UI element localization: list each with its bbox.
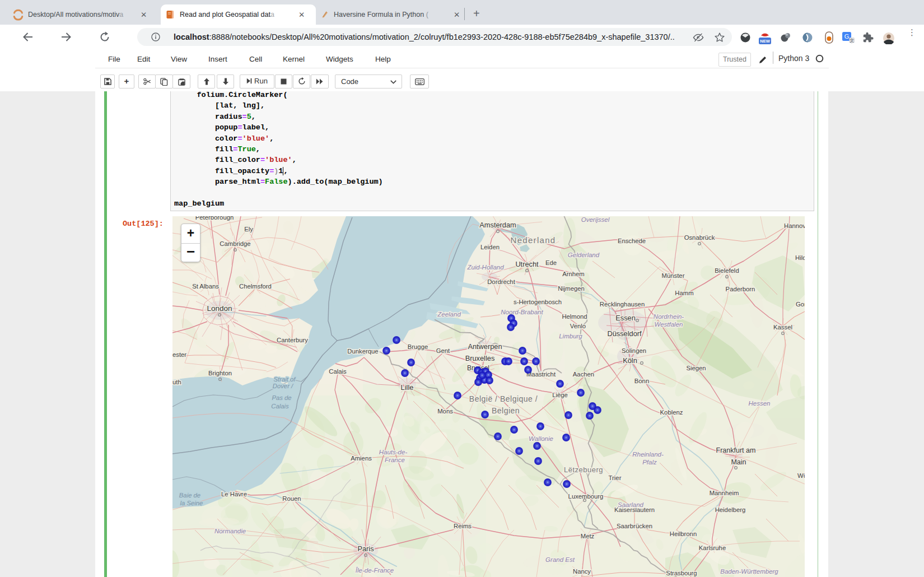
svg-text:Rheinland-: Rheinland- xyxy=(632,451,664,458)
svg-text:Calais: Calais xyxy=(329,368,347,375)
svg-text:Mons: Mons xyxy=(437,408,453,415)
svg-text:Kassel: Kassel xyxy=(773,324,792,331)
svg-text:Rouen: Rouen xyxy=(282,495,301,502)
svg-text:Le Havre: Le Havre xyxy=(221,491,247,497)
svg-text:la Seine: la Seine xyxy=(180,500,203,506)
svg-text:Bielefeld: Bielefeld xyxy=(715,267,739,274)
svg-text:Dunkerque: Dunkerque xyxy=(347,348,378,355)
svg-text:Heilbronn: Heilbronn xyxy=(670,531,697,537)
svg-text:Saarland: Saarland xyxy=(618,501,644,508)
svg-text:Antwerpen: Antwerpen xyxy=(468,342,502,351)
svg-text:Brugge: Brugge xyxy=(408,343,428,350)
svg-text:Overijssel: Overijssel xyxy=(581,216,610,223)
svg-text:Solingen: Solingen xyxy=(622,347,646,354)
svg-text:Essen: Essen xyxy=(615,314,636,322)
svg-text:Gent: Gent xyxy=(436,347,450,354)
svg-text:Hannov: Hannov xyxy=(784,222,805,229)
svg-text:St Albans: St Albans xyxy=(192,283,219,290)
svg-text:Pas de: Pas de xyxy=(272,394,291,401)
svg-text:Mannheim: Mannheim xyxy=(710,490,739,496)
svg-text:Lille: Lille xyxy=(401,383,414,392)
svg-text:Nancy: Nancy xyxy=(573,568,591,575)
svg-text:Amsterdam: Amsterdam xyxy=(479,221,516,229)
svg-text:文: 文 xyxy=(850,38,854,43)
svg-text:Gor: Gor xyxy=(796,301,805,308)
svg-text:Paris: Paris xyxy=(357,545,374,553)
svg-text:Gelderland: Gelderland xyxy=(568,252,600,258)
svg-text:Dordrecht: Dordrecht xyxy=(487,278,515,285)
svg-text:Zeeland: Zeeland xyxy=(437,311,461,318)
svg-text:Bonn: Bonn xyxy=(634,378,649,384)
svg-text:Strait of: Strait of xyxy=(274,376,297,383)
svg-text:Bruxelles: Bruxelles xyxy=(465,354,495,362)
svg-text:Limburg: Limburg xyxy=(559,333,582,339)
svg-text:Wür: Wür xyxy=(797,472,805,479)
svg-text:Westfalen: Westfalen xyxy=(655,321,683,328)
svg-text:Recklinghausen: Recklinghausen xyxy=(600,301,645,308)
svg-text:Arnhem: Arnhem xyxy=(562,271,585,277)
svg-text:Trier: Trier xyxy=(609,474,622,481)
svg-text:Lëtzebuerg: Lëtzebuerg xyxy=(564,466,603,474)
svg-text:Münster: Münster xyxy=(662,272,685,279)
svg-text:Nederland: Nederland xyxy=(511,235,556,245)
svg-text:Nordrhein-: Nordrhein- xyxy=(654,313,684,320)
svg-text:uth: uth xyxy=(172,379,181,385)
svg-text:Reims: Reims xyxy=(454,523,472,529)
svg-text:Nijmegen: Nijmegen xyxy=(558,285,585,292)
svg-text:Luxembourg: Luxembourg xyxy=(568,493,604,500)
svg-text:Noord-Brabant: Noord-Brabant xyxy=(501,309,543,315)
svg-text:France: France xyxy=(385,457,405,463)
svg-text:Metz: Metz xyxy=(581,533,595,539)
svg-text:Chelmsford: Chelmsford xyxy=(239,283,272,290)
svg-text:Peterborough: Peterborough xyxy=(195,216,234,221)
svg-text:Paderborn: Paderborn xyxy=(726,286,755,292)
svg-text:Koblenz: Koblenz xyxy=(660,409,683,416)
svg-text:Calais: Calais xyxy=(271,403,289,410)
svg-text:Saarbrücken: Saarbrücken xyxy=(617,523,652,529)
svg-text:Canterbury: Canterbury xyxy=(277,337,308,343)
svg-text:NEW: NEW xyxy=(760,39,770,44)
svg-text:Main: Main xyxy=(731,458,746,466)
svg-text:ester: ester xyxy=(172,351,186,358)
svg-text:Brighton: Brighton xyxy=(208,370,232,376)
svg-text:Wallonie: Wallonie xyxy=(529,435,553,442)
svg-text:Siegen: Siegen xyxy=(686,365,706,371)
svg-text:s-Hertogenbosch: s-Hertogenbosch xyxy=(514,299,562,305)
svg-text:Düsseldorf: Düsseldorf xyxy=(607,329,642,338)
svg-text:Ely: Ely xyxy=(244,226,253,232)
svg-text:Ede: Ede xyxy=(545,259,557,266)
svg-text:G: G xyxy=(844,33,850,40)
svg-text:België / Belgique /: België / Belgique / xyxy=(469,394,538,403)
svg-text:Grand Est: Grand Est xyxy=(545,556,575,563)
svg-text:Heidelberg: Heidelberg xyxy=(715,506,746,513)
svg-text:Hessen: Hessen xyxy=(749,400,771,407)
svg-text:Zuid-Holland: Zuid-Holland xyxy=(466,264,504,271)
svg-text:Utrecht: Utrecht xyxy=(515,260,539,268)
svg-text:Hild: Hild xyxy=(795,254,805,261)
svg-text:Baie de: Baie de xyxy=(179,492,200,499)
svg-text:Köln: Köln xyxy=(623,356,637,365)
svg-text:Leiden: Leiden xyxy=(480,244,500,250)
svg-text:Karlsruhe: Karlsruhe xyxy=(699,545,726,551)
svg-text:Helmond: Helmond xyxy=(562,313,587,320)
svg-text:Belgien: Belgien xyxy=(492,406,520,415)
svg-text:Strasbourg: Strasbourg xyxy=(666,570,697,576)
svg-text:Cambridge: Cambridge xyxy=(220,240,250,247)
svg-text:Dover /: Dover / xyxy=(273,383,294,389)
svg-text:Liège: Liège xyxy=(552,392,568,398)
svg-text:London: London xyxy=(207,304,232,313)
svg-text:Osnabrück: Osnabrück xyxy=(684,234,715,241)
svg-text:Baden-Württemberg: Baden-Württemberg xyxy=(720,568,778,575)
svg-text:Île-de-France: Île-de-France xyxy=(356,567,394,574)
svg-text:Amiens: Amiens xyxy=(351,455,372,462)
svg-text:Normandie: Normandie xyxy=(214,528,246,534)
svg-text:Hamm: Hamm xyxy=(675,290,693,296)
svg-text:Frankfurt am: Frankfurt am xyxy=(716,446,756,454)
svg-text:Hauts-de-: Hauts-de- xyxy=(379,449,408,455)
svg-text:Pfalz: Pfalz xyxy=(642,459,657,466)
svg-text:Aachen: Aachen xyxy=(573,371,594,378)
svg-text:Venlo: Venlo xyxy=(570,323,586,329)
svg-text:Enschede: Enschede xyxy=(618,238,646,244)
